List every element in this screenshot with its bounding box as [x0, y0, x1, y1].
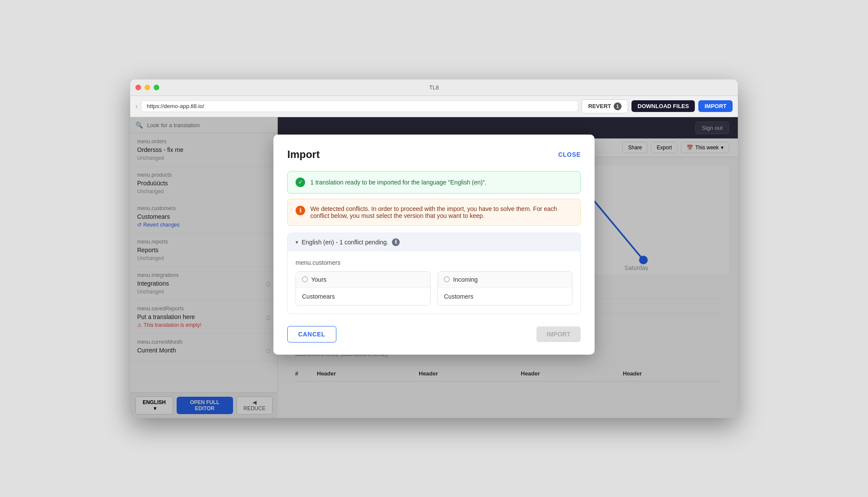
radio-yours[interactable]	[302, 276, 308, 282]
conflict-body: menu.customers Yours Customears	[288, 251, 580, 313]
conflict-options: Yours Customears Incoming	[296, 271, 572, 306]
warn-icon: ℹ	[296, 206, 305, 215]
cancel-button[interactable]: CANCEL	[287, 326, 336, 342]
conflict-header[interactable]: ▾ English (en) - 1 conflict pending. ℹ	[288, 233, 580, 251]
traffic-lights	[135, 85, 159, 90]
conflict-key: menu.customers	[296, 259, 572, 266]
warning-message: We detected conflicts. In order to proce…	[310, 205, 572, 219]
download-files-button[interactable]: DOWNLOAD FILES	[631, 100, 695, 112]
conflict-option-incoming-body: Customers	[438, 288, 572, 305]
import-top-button[interactable]: IMPORT	[698, 100, 733, 112]
success-message: 1 translation ready to be imported for t…	[310, 179, 487, 186]
main-area: 🔍 menu.orders Ordersss - fix me Unchange…	[130, 117, 738, 418]
warning-alert: ℹ We detected conflicts. In order to pro…	[287, 199, 581, 226]
url-input[interactable]	[141, 100, 578, 112]
modal-close-button[interactable]: CLOSE	[558, 151, 581, 158]
check-icon: ✓	[296, 178, 305, 187]
titlebar: TL8	[130, 79, 738, 96]
info-icon: ℹ	[392, 238, 400, 246]
conflict-option-yours-body: Customears	[296, 288, 430, 305]
yours-label: Yours	[311, 276, 326, 283]
conflict-section: ▾ English (en) - 1 conflict pending. ℹ m…	[287, 233, 581, 314]
success-alert: ✓ 1 translation ready to be imported for…	[287, 171, 581, 194]
fullscreen-button[interactable]	[154, 85, 159, 90]
conflict-section-label: English (en) - 1 conflict pending.	[302, 239, 388, 246]
back-button[interactable]: ‹	[135, 102, 138, 110]
modal-footer: CANCEL IMPORT	[287, 326, 581, 342]
window-title: TL8	[429, 84, 439, 91]
incoming-value: Customers	[444, 293, 473, 300]
incoming-label: Incoming	[453, 276, 478, 283]
modal-header: Import CLOSE	[287, 148, 581, 161]
import-modal: Import CLOSE ✓ 1 translation ready to be…	[273, 135, 595, 355]
revert-button[interactable]: REVERT 1	[582, 99, 628, 113]
conflict-option-yours-header[interactable]: Yours	[296, 272, 430, 288]
urlbar: ‹ REVERT 1 DOWNLOAD FILES IMPORT	[130, 96, 738, 117]
minimize-button[interactable]	[145, 85, 150, 90]
conflict-option-incoming: Incoming Customers	[437, 271, 572, 306]
revert-label: REVERT	[588, 103, 611, 109]
radio-incoming[interactable]	[444, 276, 450, 282]
conflict-option-incoming-header[interactable]: Incoming	[438, 272, 572, 288]
modal-overlay: Import CLOSE ✓ 1 translation ready to be…	[130, 117, 738, 418]
import-modal-button: IMPORT	[536, 326, 581, 342]
revert-badge: 1	[614, 102, 621, 110]
modal-title: Import	[287, 148, 320, 161]
yours-value: Customears	[302, 293, 335, 300]
conflict-option-yours: Yours Customears	[296, 271, 431, 306]
chevron-icon: ▾	[296, 239, 298, 245]
close-button[interactable]	[135, 85, 141, 90]
